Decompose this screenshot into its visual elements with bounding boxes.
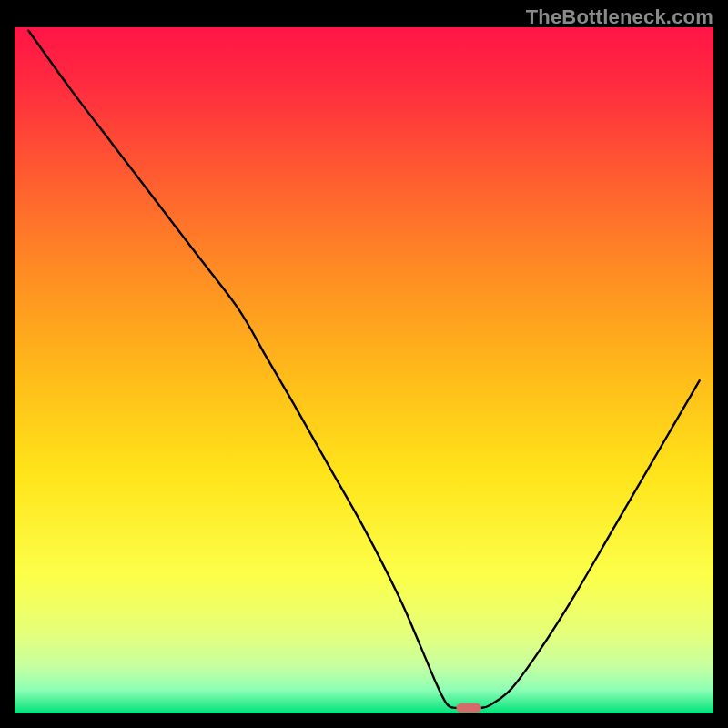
chart-stage: TheBottleneck.com: [0, 0, 728, 728]
chart-plot-area: [15, 27, 713, 713]
optimal-marker: [456, 703, 481, 713]
gradient-background: [15, 27, 713, 713]
watermark-text: TheBottleneck.com: [526, 5, 713, 29]
chart-svg: [15, 27, 713, 713]
